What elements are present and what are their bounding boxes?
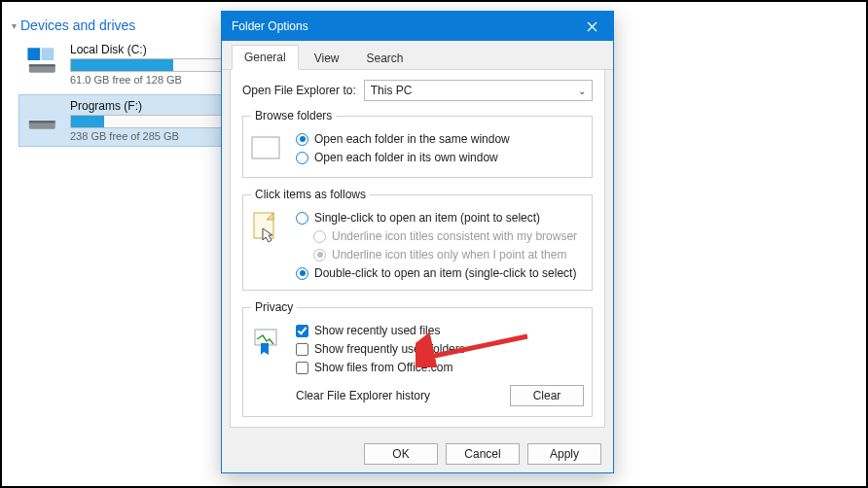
radio-own-window[interactable]: Open each folder in its own window — [296, 151, 510, 164]
titlebar[interactable]: Folder Options — [222, 12, 613, 41]
check-frequent-folders[interactable]: Show frequently used folders — [296, 342, 584, 356]
tab-strip: General View Search — [222, 41, 613, 70]
svg-rect-7 — [29, 121, 55, 122]
dialog-footer: OK Cancel Apply — [222, 436, 613, 472]
radio-underline-browser: Underline icon titles consistent with my… — [313, 229, 577, 243]
tab-search[interactable]: Search — [355, 47, 416, 70]
chevron-down-icon: ⌄ — [578, 86, 586, 96]
cancel-button[interactable]: Cancel — [446, 443, 520, 465]
tab-view[interactable]: View — [303, 47, 351, 70]
click-file-icon — [251, 211, 286, 246]
radio-dot-icon — [313, 249, 326, 261]
click-items-legend: Click items as follows — [251, 188, 370, 201]
folder-options-dialog: Folder Options General View Search Open … — [221, 11, 614, 473]
radio-same-window[interactable]: Open each folder in the same window — [296, 132, 510, 146]
radio-double-click[interactable]: Double-click to open an item (single-cli… — [296, 266, 577, 280]
svg-rect-1 — [42, 48, 54, 60]
folder-window-icon — [251, 132, 286, 167]
svg-rect-0 — [27, 48, 40, 60]
apply-button[interactable]: Apply — [527, 443, 601, 465]
drive-icon — [25, 43, 60, 78]
tab-general[interactable]: General — [232, 45, 299, 70]
chevron-down-icon: ▾ — [12, 20, 17, 31]
radio-single-click[interactable]: Single-click to open an item (point to s… — [296, 211, 577, 225]
open-explorer-to-label: Open File Explorer to: — [242, 84, 356, 97]
radio-dot-icon — [296, 212, 308, 225]
restore-defaults-button[interactable]: Restore Defaults — [476, 427, 593, 428]
privacy-group: Privacy Show recently used files Show fr… — [242, 300, 593, 417]
radio-dot-icon — [296, 152, 308, 164]
check-office-files[interactable]: Show files from Office.com — [296, 361, 584, 374]
devices-section-label: Devices and drives — [20, 17, 135, 33]
radio-dot-icon — [296, 133, 308, 146]
browse-folders-group: Browse folders Open each folder in the s… — [242, 109, 593, 178]
radio-underline-point: Underline icon titles only when I point … — [313, 248, 577, 261]
checkbox-icon — [296, 362, 308, 374]
drive-icon — [25, 99, 60, 134]
click-items-group: Click items as follows Single-click to o… — [242, 188, 593, 291]
radio-dot-icon — [296, 267, 308, 280]
checkbox-icon — [296, 343, 308, 356]
browse-folders-legend: Browse folders — [251, 109, 336, 122]
checkbox-icon — [296, 325, 308, 337]
radio-dot-icon — [313, 230, 326, 243]
ok-button[interactable]: OK — [364, 443, 438, 465]
clear-history-label: Clear File Explorer history — [296, 389, 430, 402]
svg-rect-3 — [29, 64, 55, 66]
privacy-legend: Privacy — [251, 300, 297, 314]
clear-button[interactable]: Clear — [510, 385, 584, 406]
check-recent-files[interactable]: Show recently used files — [296, 324, 584, 337]
select-value: This PC — [371, 84, 413, 97]
svg-rect-8 — [252, 137, 279, 158]
open-explorer-to-select[interactable]: This PC ⌄ — [364, 80, 593, 101]
close-button[interactable] — [570, 12, 613, 41]
dialog-title: Folder Options — [232, 19, 308, 33]
close-icon — [587, 21, 597, 32]
quick-access-icon — [251, 324, 286, 359]
general-panel: Open File Explorer to: This PC ⌄ Browse … — [230, 70, 605, 428]
